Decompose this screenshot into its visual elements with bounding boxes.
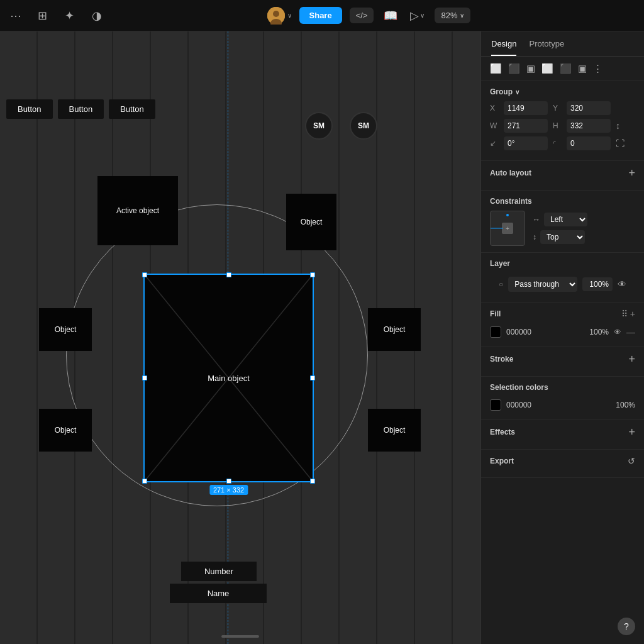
stroke-section: Stroke + <box>481 347 644 377</box>
export-chevron-icon[interactable]: ↺ <box>628 456 635 466</box>
sel-color-swatch[interactable] <box>490 399 501 411</box>
selection-colors-title: Selection colors <box>490 383 548 392</box>
grid-icon-btn[interactable]: ⊞ <box>35 6 50 25</box>
handle-tm[interactable] <box>226 272 231 277</box>
align-center-h-icon[interactable]: ⬛ <box>508 63 520 74</box>
canvas-button-3[interactable]: Button <box>109 99 155 119</box>
name-label: Name <box>208 589 230 598</box>
distribute-icon[interactable]: ⋮ <box>593 63 602 74</box>
rotation-input[interactable] <box>504 136 548 150</box>
selection-colors-title-row: Selection colors <box>490 383 635 392</box>
align-bottom-icon[interactable]: ▣ <box>578 63 587 74</box>
canvas-button-2[interactable]: Button <box>58 99 104 119</box>
sm-avatar-1: SM <box>305 112 333 140</box>
fill-color-swatch[interactable] <box>490 326 501 338</box>
topbar-left: ⋯ ⊞ ✦ ◑ <box>10 6 104 25</box>
y-input[interactable] <box>567 101 611 115</box>
book-icon: 📖 <box>384 9 397 23</box>
effects-add-button[interactable]: + <box>628 426 635 438</box>
auto-layout-add-button[interactable]: + <box>628 167 635 179</box>
object-bottom-left[interactable]: Object <box>39 409 92 452</box>
canvas-button-1[interactable]: Button <box>6 99 53 119</box>
handle-tl[interactable] <box>142 272 147 277</box>
fill-visibility-button[interactable]: 👁 <box>614 328 621 336</box>
contrast-icon-btn[interactable]: ◑ <box>89 6 104 25</box>
fill-grid-icon[interactable]: ⠿ <box>621 309 628 319</box>
component-icon-btn[interactable]: ✦ <box>62 6 77 25</box>
more-icon[interactable]: ⋯ <box>10 9 23 23</box>
h-input[interactable] <box>567 119 611 133</box>
group-title-row: Group ∨ <box>490 87 635 96</box>
contrast-icon: ◑ <box>92 9 102 23</box>
object-right[interactable]: Object <box>368 308 421 351</box>
auto-layout-section: Auto layout + <box>481 161 644 191</box>
handle-tr[interactable] <box>310 272 315 277</box>
book-icon-btn[interactable]: 📖 <box>381 6 400 25</box>
object-right-label: Object <box>384 325 406 334</box>
align-top-icon[interactable]: ⬜ <box>541 63 553 74</box>
object-bottom-right[interactable]: Object <box>368 409 421 452</box>
stroke-add-button[interactable]: + <box>628 353 635 365</box>
handle-br[interactable] <box>310 479 315 484</box>
sel-color-value: 000000 <box>506 401 606 409</box>
blend-mode-select[interactable]: Pass through Normal Multiply Screen Over… <box>508 277 577 292</box>
layer-title-row: Layer <box>490 259 635 268</box>
constraint-visual: + <box>490 211 525 246</box>
constraint-v-row: ↕ Top Bottom Center Scale <box>533 230 587 244</box>
tab-design[interactable]: Design <box>491 39 516 56</box>
panel-tabs: Design Prototype <box>481 31 644 57</box>
user-avatar <box>267 7 285 25</box>
auto-layout-title: Auto layout <box>490 169 531 177</box>
fill-title: Fill <box>490 309 501 318</box>
name-label-box[interactable]: Name <box>170 584 267 603</box>
constraint-h-select[interactable]: Left Right Center Scale <box>544 213 587 226</box>
user-avatar-group[interactable]: ∨ <box>267 7 292 25</box>
canvas[interactable]: Button Button Button SM SM Active object… <box>0 31 480 644</box>
handle-mr[interactable] <box>310 375 315 380</box>
radius-input[interactable] <box>567 136 611 150</box>
fill-add-button[interactable]: + <box>630 309 635 319</box>
layer-section: Layer ○ Pass through Normal Multiply Scr… <box>481 253 644 303</box>
export-section: Export ↺ <box>481 450 644 478</box>
align-center-v-icon[interactable]: ⬛ <box>560 63 572 74</box>
main-object-x-lines <box>145 275 313 481</box>
handle-bm[interactable] <box>226 479 231 484</box>
w-label: W <box>490 121 499 130</box>
layer-visibility-button[interactable]: 👁 <box>618 279 626 289</box>
fill-section: Fill ⠿ + 000000 100% 👁 — <box>481 303 644 347</box>
object-bottom-right-label: Object <box>384 426 406 435</box>
group-title[interactable]: Group ∨ <box>490 87 519 96</box>
canvas-scrollbar[interactable] <box>221 635 259 638</box>
fill-remove-button[interactable]: — <box>626 327 635 337</box>
h-label: H <box>553 121 562 130</box>
fullscreen-icon[interactable]: ⛶ <box>616 138 625 148</box>
play-icon-btn[interactable]: ▷ ∨ <box>408 6 427 25</box>
zoom-button[interactable]: 82% ∨ <box>435 8 470 23</box>
play-icon: ▷ <box>410 9 419 23</box>
align-left-icon[interactable]: ⬜ <box>490 63 502 74</box>
handle-ml[interactable] <box>142 375 147 380</box>
constraint-v-select[interactable]: Top Bottom Center Scale <box>540 230 585 244</box>
sm-avatar-2: SM <box>350 112 377 140</box>
layer-title: Layer <box>490 259 510 268</box>
constraint-selects: ↔ Left Right Center Scale ↕ Top Bottom <box>533 213 587 244</box>
effects-section: Effects + <box>481 420 644 450</box>
button-row: Button Button Button <box>6 99 155 119</box>
zoom-chevron-icon: ∨ <box>460 12 464 19</box>
active-object[interactable]: Active object <box>97 176 178 245</box>
handle-bl[interactable] <box>142 479 147 484</box>
align-right-icon[interactable]: ▣ <box>526 63 535 74</box>
help-button[interactable]: ? <box>618 618 635 635</box>
code-button[interactable]: </> <box>350 8 374 23</box>
cv-dot-top <box>506 214 509 216</box>
main-object[interactable]: Main object 271 × 332 <box>143 274 314 482</box>
share-button[interactable]: Share <box>299 7 342 24</box>
w-input[interactable] <box>504 119 548 133</box>
lock-aspect-icon[interactable]: ↕ <box>616 121 620 131</box>
constraints-title-row: Constraints <box>490 197 635 206</box>
tab-prototype[interactable]: Prototype <box>529 39 564 56</box>
x-input[interactable] <box>504 101 548 115</box>
object-left[interactable]: Object <box>39 308 92 351</box>
number-label-box[interactable]: Number <box>181 562 257 581</box>
object-top[interactable]: Object <box>286 194 336 250</box>
